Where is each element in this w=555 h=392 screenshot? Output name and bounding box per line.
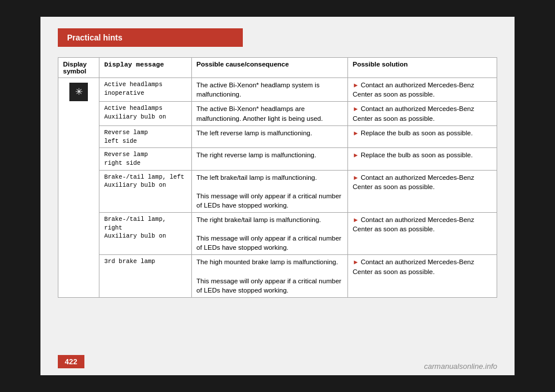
section-title: Practical hints bbox=[67, 33, 123, 42]
arrow-icon: ► bbox=[353, 258, 359, 265]
section-header: Practical hints bbox=[58, 28, 243, 47]
msg-cell: Reverse lampright side bbox=[99, 148, 192, 170]
watermark: carmanualsonline.info bbox=[424, 362, 497, 371]
table-row: 3rd brake lamp The high mounted brake la… bbox=[58, 255, 497, 297]
table-row: Reverse lampleft side The left reverse l… bbox=[58, 125, 497, 147]
solution-cell: ►Contact an authorized Mercedes-Benz Cen… bbox=[348, 102, 497, 125]
col-header-cause: Possible cause/consequence bbox=[191, 58, 347, 78]
solution-cell: ►Replace the bulb as soon as possible. bbox=[348, 148, 497, 170]
arrow-icon: ► bbox=[353, 105, 359, 112]
msg-cell: 3rd brake lamp bbox=[99, 255, 192, 297]
arrow-icon: ► bbox=[353, 216, 359, 223]
cause-cell: The active Bi-Xenon* headlamps are malfu… bbox=[191, 102, 347, 125]
page-container: Practical hints Display symbol Display m… bbox=[40, 17, 515, 375]
table-row: Brake-/tail lamp, leftAuxiliary bulb on … bbox=[58, 170, 497, 212]
col-header-message: Display message bbox=[99, 58, 192, 78]
msg-cell: Active headlampsinoperative bbox=[99, 78, 192, 102]
cause-cell: The active Bi-Xenon* headlamp system is … bbox=[191, 78, 347, 102]
main-table: Display symbol Display message Possible … bbox=[58, 57, 497, 298]
msg-cell: Brake-/tail lamp, rightAuxiliary bulb on bbox=[99, 213, 192, 255]
col-header-symbol: Display symbol bbox=[58, 58, 99, 78]
arrow-icon: ► bbox=[353, 151, 359, 158]
table-row: ✳ Active headlampsinoperative The active… bbox=[58, 78, 497, 102]
cause-cell: The left brake/tail lamp is malfunctioni… bbox=[191, 170, 347, 212]
cause-cell: The high mounted brake lamp is malfuncti… bbox=[191, 255, 347, 297]
table-row: Brake-/tail lamp, rightAuxiliary bulb on… bbox=[58, 213, 497, 255]
msg-cell: Brake-/tail lamp, leftAuxiliary bulb on bbox=[99, 170, 192, 212]
arrow-icon: ► bbox=[353, 82, 359, 88]
table-row: Active headlampsAuxiliary bulb on The ac… bbox=[58, 102, 497, 125]
arrow-icon: ► bbox=[353, 174, 359, 181]
cause-cell: The right brake/tail lamp is malfunction… bbox=[191, 213, 347, 255]
arrow-icon: ► bbox=[353, 130, 359, 136]
col-header-solution: Possible solution bbox=[348, 58, 497, 78]
msg-cell: Reverse lampleft side bbox=[99, 125, 192, 147]
solution-cell: ►Replace the bulb as soon as possible. bbox=[348, 125, 497, 147]
symbol-cell: ✳ bbox=[58, 78, 99, 298]
msg-cell: Active headlampsAuxiliary bulb on bbox=[99, 102, 192, 125]
solution-cell: ►Contact an authorized Mercedes-Benz Cen… bbox=[348, 213, 497, 255]
headlamp-icon: ✳ bbox=[69, 83, 88, 101]
table-row: Reverse lampright side The right reverse… bbox=[58, 148, 497, 170]
solution-cell: ►Contact an authorized Mercedes-Benz Cen… bbox=[348, 170, 497, 212]
cause-cell: The right reverse lamp is malfunctioning… bbox=[191, 148, 347, 170]
cause-cell: The left reverse lamp is malfunctioning. bbox=[191, 125, 347, 147]
solution-cell: ►Contact an authorized Mercedes-Benz Cen… bbox=[348, 78, 497, 102]
solution-cell: ►Contact an authorized Mercedes-Benz Cen… bbox=[348, 255, 497, 297]
page-number: 422 bbox=[58, 355, 84, 368]
